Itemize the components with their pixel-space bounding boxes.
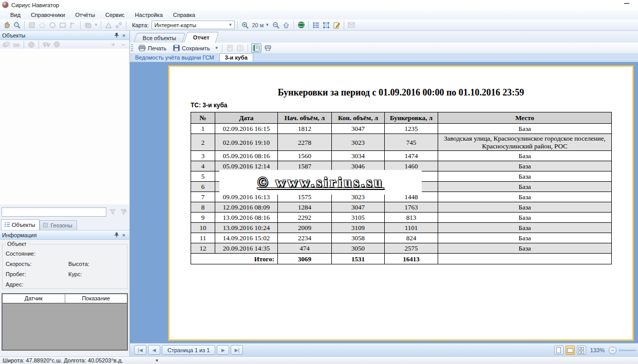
filter-clear-icon[interactable]	[119, 207, 128, 217]
next-page-button[interactable]: ▶	[217, 345, 229, 355]
tab-all-objects[interactable]: Все объекты	[134, 33, 185, 43]
tab-geozones[interactable]: Геозоны	[40, 220, 77, 230]
pin-icon[interactable]	[113, 232, 120, 239]
table-cell: 2	[191, 134, 215, 151]
save-options-caret-icon[interactable]: ▼	[215, 46, 219, 50]
binoculars-icon[interactable]	[12, 40, 21, 49]
first-page-button[interactable]: |◀	[134, 345, 146, 355]
pin-icon[interactable]	[113, 32, 120, 39]
save-button[interactable]: Сохранить	[171, 43, 213, 53]
table-cell: 1	[191, 124, 215, 134]
zoom-select-icon[interactable]	[12, 21, 22, 30]
multi-page-view-button[interactable]	[577, 346, 586, 355]
legend-list-icon[interactable]	[311, 21, 321, 30]
scale-select[interactable]: 20 м ▼	[251, 22, 270, 28]
map-select[interactable]: Интернет-карты ▼	[152, 21, 235, 29]
collapse-minus-icon[interactable]: −	[119, 40, 128, 49]
show-on-map-icon[interactable]	[27, 40, 36, 49]
subtab-3-cuba[interactable]: 3-и куба	[219, 53, 253, 62]
fit-width-icon	[567, 348, 573, 353]
table-cell: 1235	[385, 124, 438, 134]
filter-input[interactable]	[2, 207, 106, 217]
report-viewer: Бункеровки за период с 01.09.2016 00:00 …	[130, 62, 638, 343]
polygon-select-icon[interactable]	[37, 21, 47, 30]
sphere-icon[interactable]	[52, 40, 61, 49]
title-bar: Сириус Навигатор —	[0, 0, 638, 10]
geozone-select-icon[interactable]	[322, 21, 331, 30]
status-bar: Широта: 47.88920°с.ш. Долгота: 40.05203°…	[0, 356, 638, 364]
home-icon[interactable]	[282, 21, 291, 30]
rectangle-select-icon[interactable]	[58, 21, 67, 30]
minimize-button[interactable]: —	[623, 1, 631, 7]
table-cell: База	[438, 124, 612, 134]
zoom-in-icon[interactable]	[240, 21, 250, 30]
table-cell: 3109	[332, 223, 385, 233]
table-cell: База	[438, 213, 612, 223]
object-groupbox: Объект Состояние: Скорость: Высота: Проб…	[2, 244, 127, 289]
layers-icon[interactable]	[83, 21, 92, 30]
layers-caret-icon[interactable]: ▼	[94, 23, 98, 27]
flag-icon[interactable]	[68, 21, 78, 30]
single-page-view-button[interactable]	[554, 346, 564, 355]
table-cell: 8	[191, 202, 215, 213]
print-preview-button[interactable]	[263, 43, 273, 53]
angle-measure-icon[interactable]	[104, 21, 113, 30]
menu-reports[interactable]: Отчёты	[70, 11, 100, 19]
table-cell: База	[438, 192, 612, 202]
statusbar-caret-icon[interactable]: ▼	[155, 358, 159, 363]
tab-objects[interactable]: Объекты	[1, 219, 40, 230]
page-setup-button[interactable]	[226, 43, 234, 53]
zoom-slider[interactable]	[618, 350, 636, 351]
objects-tree[interactable]	[0, 49, 129, 204]
menu-view[interactable]: Вид	[5, 11, 26, 19]
pan-hand-icon[interactable]	[2, 21, 11, 30]
globe-icon[interactable]	[296, 21, 306, 30]
menu-help[interactable]: Справка	[168, 11, 200, 19]
map-select-caret-icon: ▼	[229, 23, 233, 27]
course-label: Курс:	[68, 271, 82, 277]
print-button[interactable]: Печать	[136, 43, 169, 53]
zoom-out-icon[interactable]	[271, 21, 280, 30]
table-cell: 813	[385, 213, 438, 223]
close-icon[interactable]: ×	[120, 232, 127, 239]
single-page-icon	[556, 347, 561, 353]
menu-service[interactable]: Сервис	[100, 11, 130, 19]
zoom-controls: 133% −	[554, 343, 638, 357]
add-object-icon[interactable]	[2, 40, 11, 49]
vehicle-icon[interactable]	[42, 40, 51, 49]
track-icon[interactable]	[114, 21, 123, 30]
left-panel: Объекты × ＋ − Объекты	[0, 31, 130, 356]
close-icon[interactable]: ×	[120, 32, 127, 39]
fit-width-view-button[interactable]	[566, 346, 575, 355]
menu-directories[interactable]: Справочники	[26, 11, 70, 19]
table-cell: 745	[385, 134, 438, 151]
table-row: 102.09.2016 16:15181230471235База	[191, 124, 612, 134]
table-cell: 2234	[278, 233, 332, 243]
table-cell: 12.09.2016 08:09	[215, 202, 278, 213]
subtab-gsm-sheet[interactable]: Ведомость учёта выдачи ГСМ	[130, 54, 219, 62]
last-page-button[interactable]: ▶|	[231, 345, 243, 355]
table-cell: База	[438, 243, 612, 254]
tab-objects-label: Объекты	[12, 222, 35, 228]
info-panel-title: Информация	[2, 232, 36, 238]
notes-edit-icon[interactable]	[332, 21, 341, 30]
table-cell: 7	[191, 192, 215, 202]
prev-page-button[interactable]: ◀	[148, 345, 160, 355]
reading-col-header: Показание	[65, 294, 127, 303]
expand-plus-icon[interactable]: ＋	[108, 40, 118, 49]
menu-settings[interactable]: Настройка	[130, 11, 168, 19]
tab-report[interactable]: Отчет	[184, 32, 219, 43]
select-region-icon[interactable]	[27, 21, 36, 30]
filter-funnel-icon[interactable]	[108, 207, 117, 217]
totals-value: 3069	[278, 254, 332, 264]
mail-icon[interactable]	[347, 21, 356, 30]
table-cell: База	[438, 233, 612, 243]
table-cell: База	[438, 151, 612, 161]
toolbar-grip[interactable]	[131, 44, 133, 52]
report-view-button[interactable]	[251, 43, 261, 53]
help-button[interactable]: ?	[236, 43, 245, 53]
circle-select-icon[interactable]	[48, 21, 57, 30]
zoom-out-button[interactable]: −	[609, 347, 616, 354]
svg-text:?: ?	[239, 46, 241, 51]
table-cell: База	[438, 161, 612, 171]
